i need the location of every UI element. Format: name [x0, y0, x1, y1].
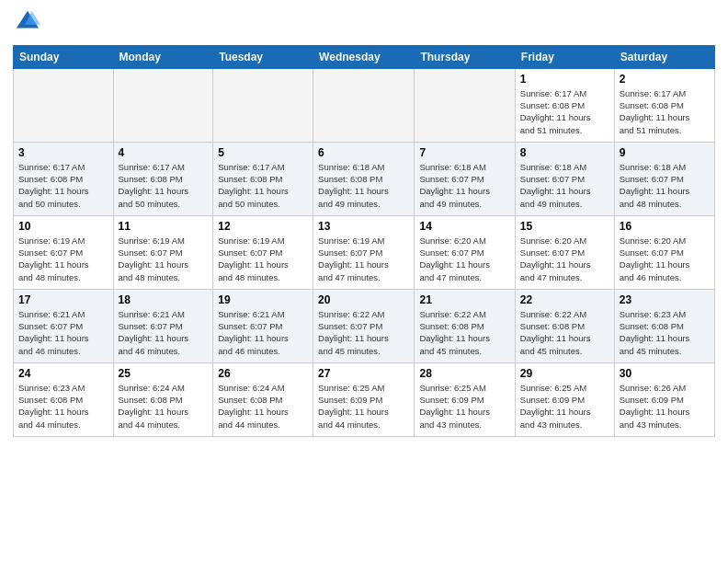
- logo-icon: [15, 9, 40, 35]
- day-info: Sunrise: 6:19 AM Sunset: 6:07 PM Dayligh…: [119, 235, 209, 283]
- day-cell: 22Sunrise: 6:22 AM Sunset: 6:08 PM Dayli…: [515, 289, 614, 362]
- day-number: 14: [419, 220, 509, 233]
- day-cell: 5Sunrise: 6:17 AM Sunset: 6:08 PM Daylig…: [213, 142, 313, 215]
- day-cell: 12Sunrise: 6:19 AM Sunset: 6:07 PM Dayli…: [213, 215, 313, 289]
- calendar-body: 1Sunrise: 6:17 AM Sunset: 6:08 PM Daylig…: [14, 68, 715, 436]
- header-tuesday: Tuesday: [213, 45, 313, 68]
- day-info: Sunrise: 6:26 AM Sunset: 6:09 PM Dayligh…: [620, 382, 710, 431]
- day-number: 9: [620, 146, 710, 159]
- day-info: Sunrise: 6:18 AM Sunset: 6:07 PM Dayligh…: [520, 161, 609, 210]
- day-number: 12: [218, 220, 308, 233]
- header-thursday: Thursday: [415, 45, 515, 68]
- day-number: 25: [119, 367, 209, 380]
- day-cell: 11Sunrise: 6:19 AM Sunset: 6:07 PM Dayli…: [113, 215, 213, 289]
- day-cell: [113, 68, 213, 142]
- day-info: Sunrise: 6:17 AM Sunset: 6:08 PM Dayligh…: [218, 161, 308, 210]
- day-cell: [415, 68, 515, 142]
- day-info: Sunrise: 6:19 AM Sunset: 6:07 PM Dayligh…: [218, 235, 308, 283]
- day-number: 4: [119, 146, 209, 159]
- day-cell: 14Sunrise: 6:20 AM Sunset: 6:07 PM Dayli…: [415, 215, 515, 289]
- day-info: Sunrise: 6:17 AM Sunset: 6:08 PM Dayligh…: [18, 161, 108, 210]
- day-info: Sunrise: 6:18 AM Sunset: 6:08 PM Dayligh…: [318, 161, 409, 210]
- day-info: Sunrise: 6:25 AM Sunset: 6:09 PM Dayligh…: [520, 382, 609, 431]
- header-wednesday: Wednesday: [313, 45, 415, 68]
- day-info: Sunrise: 6:22 AM Sunset: 6:08 PM Dayligh…: [419, 308, 509, 357]
- header-saturday: Saturday: [614, 45, 714, 68]
- day-info: Sunrise: 6:22 AM Sunset: 6:07 PM Dayligh…: [318, 308, 409, 357]
- week-row-3: 17Sunrise: 6:21 AM Sunset: 6:07 PM Dayli…: [14, 289, 715, 362]
- day-cell: 19Sunrise: 6:21 AM Sunset: 6:07 PM Dayli…: [213, 289, 313, 362]
- day-info: Sunrise: 6:20 AM Sunset: 6:07 PM Dayligh…: [620, 235, 710, 283]
- day-cell: 4Sunrise: 6:17 AM Sunset: 6:08 PM Daylig…: [113, 142, 213, 215]
- day-info: Sunrise: 6:21 AM Sunset: 6:07 PM Dayligh…: [119, 308, 209, 357]
- day-number: 6: [318, 146, 409, 159]
- calendar-table: SundayMondayTuesdayWednesdayThursdayFrid…: [13, 45, 715, 437]
- day-cell: 13Sunrise: 6:19 AM Sunset: 6:07 PM Dayli…: [313, 215, 415, 289]
- day-info: Sunrise: 6:21 AM Sunset: 6:07 PM Dayligh…: [18, 308, 108, 357]
- day-cell: 6Sunrise: 6:18 AM Sunset: 6:08 PM Daylig…: [313, 142, 415, 215]
- day-info: Sunrise: 6:21 AM Sunset: 6:07 PM Dayligh…: [218, 308, 308, 357]
- logo: [13, 9, 40, 40]
- day-info: Sunrise: 6:25 AM Sunset: 6:09 PM Dayligh…: [419, 382, 509, 431]
- day-number: 19: [218, 293, 308, 306]
- day-number: 27: [318, 367, 409, 380]
- day-number: 2: [620, 73, 710, 86]
- day-info: Sunrise: 6:24 AM Sunset: 6:08 PM Dayligh…: [119, 382, 209, 431]
- day-cell: 8Sunrise: 6:18 AM Sunset: 6:07 PM Daylig…: [515, 142, 614, 215]
- day-number: 23: [620, 293, 710, 306]
- day-info: Sunrise: 6:19 AM Sunset: 6:07 PM Dayligh…: [18, 235, 108, 283]
- week-row-0: 1Sunrise: 6:17 AM Sunset: 6:08 PM Daylig…: [14, 68, 715, 142]
- day-info: Sunrise: 6:24 AM Sunset: 6:08 PM Dayligh…: [218, 382, 308, 431]
- day-number: 7: [419, 146, 509, 159]
- day-cell: 15Sunrise: 6:20 AM Sunset: 6:07 PM Dayli…: [515, 215, 614, 289]
- day-info: Sunrise: 6:23 AM Sunset: 6:08 PM Dayligh…: [18, 382, 108, 431]
- week-row-4: 24Sunrise: 6:23 AM Sunset: 6:08 PM Dayli…: [14, 362, 715, 436]
- day-number: 5: [218, 146, 308, 159]
- day-number: 17: [18, 293, 108, 306]
- day-number: 22: [520, 293, 609, 306]
- day-info: Sunrise: 6:17 AM Sunset: 6:08 PM Dayligh…: [620, 87, 710, 136]
- day-cell: 16Sunrise: 6:20 AM Sunset: 6:07 PM Dayli…: [614, 215, 714, 289]
- day-info: Sunrise: 6:19 AM Sunset: 6:07 PM Dayligh…: [318, 235, 409, 283]
- day-info: Sunrise: 6:22 AM Sunset: 6:08 PM Dayligh…: [520, 308, 609, 357]
- day-cell: [313, 68, 415, 142]
- day-number: 3: [18, 146, 108, 159]
- day-number: 21: [419, 293, 509, 306]
- day-info: Sunrise: 6:17 AM Sunset: 6:08 PM Dayligh…: [119, 161, 209, 210]
- page: SundayMondayTuesdayWednesdayThursdayFrid…: [0, 0, 728, 563]
- day-number: 16: [620, 220, 710, 233]
- day-number: 20: [318, 293, 409, 306]
- week-row-2: 10Sunrise: 6:19 AM Sunset: 6:07 PM Dayli…: [14, 215, 715, 289]
- day-number: 30: [620, 367, 710, 380]
- day-cell: 28Sunrise: 6:25 AM Sunset: 6:09 PM Dayli…: [415, 362, 515, 436]
- day-cell: 24Sunrise: 6:23 AM Sunset: 6:08 PM Dayli…: [14, 362, 114, 436]
- day-cell: 10Sunrise: 6:19 AM Sunset: 6:07 PM Dayli…: [14, 215, 114, 289]
- day-cell: 25Sunrise: 6:24 AM Sunset: 6:08 PM Dayli…: [113, 362, 213, 436]
- day-info: Sunrise: 6:23 AM Sunset: 6:08 PM Dayligh…: [620, 308, 710, 357]
- day-number: 26: [218, 367, 308, 380]
- calendar-header: SundayMondayTuesdayWednesdayThursdayFrid…: [14, 45, 715, 68]
- day-info: Sunrise: 6:18 AM Sunset: 6:07 PM Dayligh…: [620, 161, 710, 210]
- day-cell: 1Sunrise: 6:17 AM Sunset: 6:08 PM Daylig…: [515, 68, 614, 142]
- header-friday: Friday: [515, 45, 614, 68]
- header-monday: Monday: [113, 45, 213, 68]
- header-sunday: Sunday: [14, 45, 114, 68]
- day-info: Sunrise: 6:18 AM Sunset: 6:07 PM Dayligh…: [419, 161, 509, 210]
- day-info: Sunrise: 6:20 AM Sunset: 6:07 PM Dayligh…: [520, 235, 609, 283]
- day-cell: 29Sunrise: 6:25 AM Sunset: 6:09 PM Dayli…: [515, 362, 614, 436]
- day-cell: [14, 68, 114, 142]
- day-cell: 26Sunrise: 6:24 AM Sunset: 6:08 PM Dayli…: [213, 362, 313, 436]
- day-info: Sunrise: 6:17 AM Sunset: 6:08 PM Dayligh…: [520, 87, 609, 136]
- day-cell: 7Sunrise: 6:18 AM Sunset: 6:07 PM Daylig…: [415, 142, 515, 215]
- day-number: 15: [520, 220, 609, 233]
- header-row: SundayMondayTuesdayWednesdayThursdayFrid…: [14, 45, 715, 68]
- day-cell: 20Sunrise: 6:22 AM Sunset: 6:07 PM Dayli…: [313, 289, 415, 362]
- day-cell: 30Sunrise: 6:26 AM Sunset: 6:09 PM Dayli…: [614, 362, 714, 436]
- day-number: 13: [318, 220, 409, 233]
- day-cell: 9Sunrise: 6:18 AM Sunset: 6:07 PM Daylig…: [614, 142, 714, 215]
- day-number: 11: [119, 220, 209, 233]
- day-cell: 23Sunrise: 6:23 AM Sunset: 6:08 PM Dayli…: [614, 289, 714, 362]
- day-cell: 27Sunrise: 6:25 AM Sunset: 6:09 PM Dayli…: [313, 362, 415, 436]
- day-info: Sunrise: 6:20 AM Sunset: 6:07 PM Dayligh…: [419, 235, 509, 283]
- day-number: 1: [520, 73, 609, 86]
